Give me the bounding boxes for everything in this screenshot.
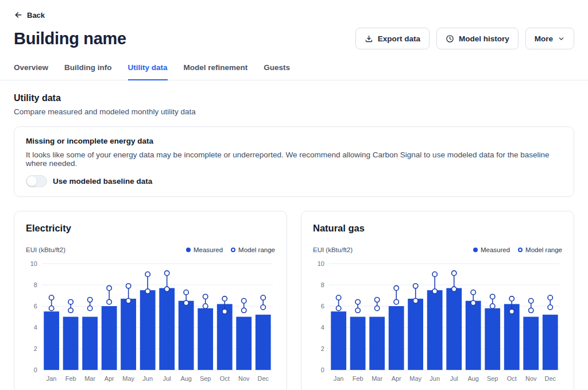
svg-text:Nov: Nov	[525, 375, 537, 382]
svg-text:0: 0	[321, 366, 324, 373]
svg-text:0: 0	[34, 366, 37, 373]
section-subtitle: Compare measured and modeled monthly uti…	[14, 107, 574, 116]
svg-text:Oct: Oct	[507, 375, 517, 382]
tab-guests[interactable]: Guests	[264, 61, 290, 80]
svg-text:Jan: Jan	[47, 375, 57, 382]
svg-text:8: 8	[321, 281, 324, 288]
svg-text:10: 10	[318, 260, 324, 267]
natural-gas-chart-svg: 0246810JanFebMarAprMayJunJulAugSepOctNov…	[313, 258, 562, 385]
svg-text:Sep: Sep	[487, 375, 498, 382]
natural-gas-chart-card: Natural gas EUI (kBtu/ft2) Measured Mode…	[301, 211, 574, 390]
svg-text:Feb: Feb	[65, 375, 76, 382]
chevron-down-icon	[558, 35, 565, 43]
section-title: Utility data	[14, 93, 574, 103]
svg-text:6: 6	[321, 303, 324, 310]
svg-text:Aug: Aug	[180, 375, 191, 382]
natural-gas-yaxis-label: EUI (kBtu/ft2)	[313, 246, 353, 253]
model-range-dot-icon	[231, 248, 235, 252]
svg-text:Feb: Feb	[353, 375, 363, 382]
svg-text:4: 4	[34, 324, 37, 331]
svg-text:Jun: Jun	[142, 375, 153, 382]
electricity-chart-title: Electricity	[26, 223, 275, 234]
model-history-button[interactable]: Model history	[436, 28, 519, 49]
natural-gas-legend: Measured Model range	[473, 246, 562, 253]
header-actions: Export data Model history More	[355, 28, 574, 49]
clock-icon	[446, 34, 454, 43]
more-label: More	[535, 34, 553, 43]
alert-title: Missing or incomplete energy data	[26, 137, 562, 145]
charts-row: Electricity EUI (kBtu/ft2) Measured Mode…	[14, 211, 574, 390]
svg-text:May: May	[122, 375, 134, 382]
electricity-chart-card: Electricity EUI (kBtu/ft2) Measured Mode…	[14, 211, 287, 390]
model-history-label: Model history	[459, 34, 509, 43]
measured-dot-icon	[473, 248, 478, 252]
model-range-dot-icon	[518, 248, 523, 252]
back-arrow-icon	[14, 10, 23, 20]
svg-text:2: 2	[34, 345, 37, 352]
legend-measured: Measured	[473, 246, 510, 253]
svg-text:Oct: Oct	[220, 375, 230, 382]
electricity-legend: Measured Model range	[186, 246, 275, 253]
page-header: Back Building name Export data Model his…	[0, 0, 588, 49]
svg-text:Apr: Apr	[105, 375, 114, 382]
page-title: Building name	[14, 29, 126, 48]
electricity-chart-svg: 0246810JanFebMarAprMayJunJulAugSepOctNov…	[26, 258, 275, 385]
svg-text:Apr: Apr	[392, 375, 401, 382]
tab-model-refinement[interactable]: Model refinement	[184, 61, 248, 80]
svg-text:Jul: Jul	[450, 375, 458, 382]
alert-body: It looks like some of your energy data m…	[26, 150, 562, 168]
toggle-label: Use modeled baseline data	[53, 177, 152, 186]
tab-utility-data[interactable]: Utility data	[128, 61, 168, 80]
svg-text:Aug: Aug	[467, 375, 478, 382]
svg-text:6: 6	[34, 303, 37, 310]
utility-data-section: Utility data Compare measured and modele…	[14, 93, 574, 116]
use-modeled-baseline-toggle[interactable]	[26, 175, 47, 187]
svg-text:4: 4	[321, 324, 324, 331]
svg-text:10: 10	[30, 260, 37, 267]
electricity-yaxis-label: EUI (kBtu/ft2)	[26, 246, 65, 253]
svg-text:Dec: Dec	[258, 375, 269, 382]
export-data-label: Export data	[378, 34, 420, 43]
download-icon	[365, 34, 373, 43]
svg-text:Mar: Mar	[84, 375, 95, 382]
svg-text:2: 2	[321, 345, 324, 352]
svg-text:May: May	[409, 375, 421, 382]
more-button[interactable]: More	[525, 28, 574, 49]
svg-text:Nov: Nov	[238, 375, 250, 382]
back-label: Back	[27, 11, 45, 20]
tab-overview[interactable]: Overview	[14, 61, 48, 80]
measured-dot-icon	[186, 248, 191, 252]
missing-data-alert: Missing or incomplete energy data It loo…	[14, 126, 574, 197]
svg-text:Dec: Dec	[545, 375, 556, 382]
legend-model-range: Model range	[231, 246, 275, 253]
back-button[interactable]: Back	[14, 10, 45, 20]
tab-building-info[interactable]: Building info	[64, 61, 111, 80]
svg-text:Sep: Sep	[200, 375, 211, 382]
toggle-knob	[27, 176, 37, 186]
export-data-button[interactable]: Export data	[355, 28, 430, 49]
svg-text:Jun: Jun	[430, 375, 440, 382]
natural-gas-chart-title: Natural gas	[313, 223, 562, 234]
svg-text:Jan: Jan	[334, 375, 344, 382]
svg-text:Jul: Jul	[163, 375, 171, 382]
legend-model-range: Model range	[518, 246, 562, 253]
tab-bar: Overview Building info Utility data Mode…	[0, 61, 588, 80]
legend-measured: Measured	[186, 246, 223, 253]
svg-text:8: 8	[34, 281, 37, 288]
svg-text:Mar: Mar	[372, 375, 382, 382]
